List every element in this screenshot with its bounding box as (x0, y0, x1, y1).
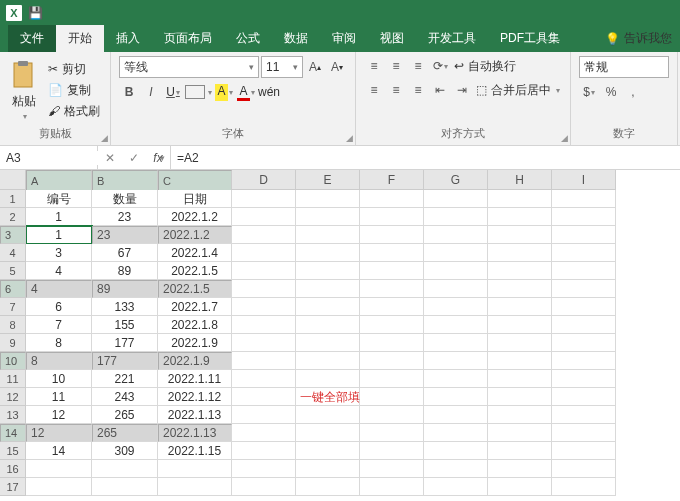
cell[interactable]: 177 (92, 334, 158, 352)
cell[interactable] (488, 388, 552, 406)
cell[interactable] (232, 406, 296, 424)
cell[interactable]: 11 (26, 388, 92, 406)
merge-button[interactable]: ⬚合并后居中▾ (474, 81, 562, 100)
cell[interactable] (488, 262, 552, 280)
cell[interactable]: 2022.1.11 (158, 370, 232, 388)
cell[interactable] (488, 442, 552, 460)
align-center-button[interactable]: ≡ (386, 80, 406, 100)
cell[interactable]: 243 (92, 388, 158, 406)
cell[interactable] (296, 460, 360, 478)
fill-color-button[interactable]: A▾ (214, 82, 234, 102)
cell[interactable] (232, 424, 296, 442)
save-icon[interactable]: 💾 (28, 6, 43, 20)
cell[interactable] (360, 298, 424, 316)
cell[interactable]: 编号 (26, 190, 92, 208)
cell[interactable]: 7 (26, 316, 92, 334)
cell[interactable] (232, 262, 296, 280)
cell[interactable] (232, 298, 296, 316)
font-name-select[interactable]: 等线▾ (119, 56, 259, 78)
tab-formulas[interactable]: 公式 (224, 25, 272, 52)
cell[interactable]: 1 (26, 208, 92, 226)
col-header[interactable]: I (552, 170, 616, 190)
cell[interactable] (296, 226, 360, 244)
cell[interactable] (552, 208, 616, 226)
tab-view[interactable]: 视图 (368, 25, 416, 52)
phonetic-button[interactable]: wén (258, 82, 280, 102)
cancel-icon[interactable]: ✕ (98, 151, 122, 165)
col-header[interactable]: H (488, 170, 552, 190)
cell[interactable]: 309 (92, 442, 158, 460)
check-icon[interactable]: ✓ (122, 151, 146, 165)
row-header[interactable]: 17 (0, 478, 26, 496)
cell[interactable] (232, 316, 296, 334)
dialog-launcher-icon[interactable]: ◢ (561, 133, 568, 143)
cell[interactable]: 23 (92, 226, 158, 244)
align-top-button[interactable]: ≡ (364, 56, 384, 76)
row-header[interactable]: 1 (0, 190, 26, 208)
font-size-select[interactable]: 11▾ (261, 56, 303, 78)
cell[interactable]: 23 (92, 208, 158, 226)
cell[interactable] (424, 406, 488, 424)
grow-font-button[interactable]: A▴ (305, 57, 325, 77)
paste-button[interactable]: 粘贴▾ (8, 56, 40, 124)
col-header[interactable]: F (360, 170, 424, 190)
cell[interactable]: 14 (26, 442, 92, 460)
indent-inc-button[interactable]: ⇥ (452, 80, 472, 100)
cell[interactable]: 2022.1.2 (158, 208, 232, 226)
cell[interactable]: 8 (26, 334, 92, 352)
tab-pdf[interactable]: PDF工具集 (488, 25, 572, 52)
cell[interactable] (552, 388, 616, 406)
shrink-font-button[interactable]: A▾ (327, 57, 347, 77)
cell[interactable] (360, 244, 424, 262)
font-color-button[interactable]: A▾ (236, 82, 256, 102)
cell[interactable] (92, 460, 158, 478)
cell[interactable] (232, 190, 296, 208)
cell[interactable] (488, 370, 552, 388)
cell[interactable] (552, 226, 616, 244)
cell[interactable] (552, 244, 616, 262)
col-header[interactable]: B (92, 170, 158, 192)
cell[interactable]: 12 (26, 424, 92, 442)
indent-dec-button[interactable]: ⇤ (430, 80, 450, 100)
cell[interactable] (488, 208, 552, 226)
cell[interactable] (158, 460, 232, 478)
cell[interactable]: 6 (26, 298, 92, 316)
cell[interactable] (552, 406, 616, 424)
row-header[interactable]: 9 (0, 334, 26, 352)
cell[interactable] (488, 352, 552, 370)
align-left-button[interactable]: ≡ (364, 80, 384, 100)
cell[interactable] (488, 298, 552, 316)
cell[interactable]: 2022.1.15 (158, 442, 232, 460)
comma-button[interactable]: , (623, 82, 643, 102)
cell[interactable] (424, 442, 488, 460)
cell[interactable] (552, 424, 616, 442)
row-header[interactable]: 2 (0, 208, 26, 226)
cell[interactable]: 89 (92, 280, 158, 298)
col-header[interactable]: D (232, 170, 296, 190)
cell[interactable]: 2022.1.5 (158, 262, 232, 280)
cell[interactable]: 8 (26, 352, 92, 370)
row-header[interactable]: 13 (0, 406, 26, 424)
cell[interactable] (424, 280, 488, 298)
cell[interactable] (232, 460, 296, 478)
cell[interactable] (488, 280, 552, 298)
tell-me[interactable]: 💡告诉我您 (597, 25, 680, 52)
row-header[interactable]: 15 (0, 442, 26, 460)
cell[interactable] (424, 388, 488, 406)
cell[interactable] (552, 460, 616, 478)
cell[interactable] (488, 424, 552, 442)
cell[interactable] (552, 316, 616, 334)
cell[interactable] (296, 280, 360, 298)
tab-data[interactable]: 数据 (272, 25, 320, 52)
cell[interactable] (424, 298, 488, 316)
select-all-corner[interactable] (0, 170, 26, 190)
bold-button[interactable]: B (119, 82, 139, 102)
cell[interactable]: 一键全部填充 (296, 388, 360, 406)
number-format-select[interactable]: 常规 (579, 56, 669, 78)
cell[interactable]: 12 (26, 406, 92, 424)
cell[interactable] (296, 262, 360, 280)
cell[interactable]: 89 (92, 262, 158, 280)
cell[interactable] (296, 244, 360, 262)
cell[interactable] (296, 370, 360, 388)
cell[interactable] (424, 244, 488, 262)
